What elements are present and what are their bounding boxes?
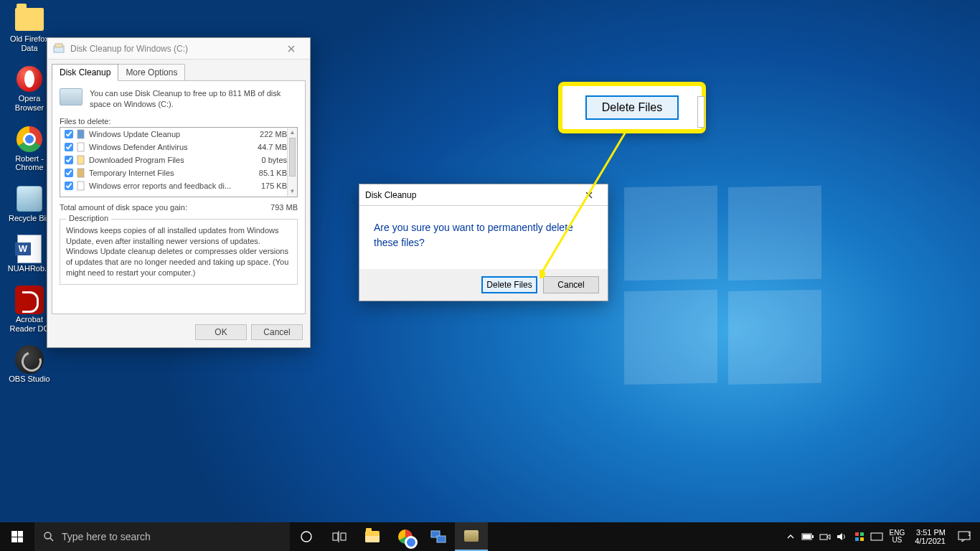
confirm-cancel-button[interactable]: Cancel (543, 276, 599, 293)
svg-rect-1 (55, 44, 62, 47)
battery-icon[interactable] (799, 522, 816, 551)
delete-files-callout: Delete Files (558, 82, 706, 133)
bin-icon (17, 186, 42, 212)
action-center-button[interactable]: 1 (951, 531, 977, 542)
start-button[interactable] (0, 522, 34, 551)
disk-cleanup-taskbar-icon (464, 530, 479, 542)
tab-more-options[interactable]: More Options (118, 64, 185, 81)
taskbar-disk-cleanup[interactable] (455, 522, 488, 551)
total-space-value: 793 MB (270, 203, 298, 212)
file-type-icon (76, 155, 86, 165)
file-item-row[interactable]: Temporary Internet Files85.1 KB (60, 166, 297, 179)
confirm-delete-dialog: Disk Cleanup Are you sure you want to pe… (359, 184, 608, 301)
chrome-icon (17, 126, 42, 152)
tray-overflow-chevron[interactable] (782, 522, 799, 551)
scroll-down-arrow[interactable]: ▼ (288, 187, 297, 197)
delete-files-button[interactable]: Delete Files (481, 276, 537, 293)
windows-logo-icon (11, 531, 23, 542)
search-placeholder: Type here to search (62, 531, 151, 542)
desktop-icon-label: Recycle Bin (9, 214, 50, 223)
task-view-button[interactable] (323, 522, 356, 551)
file-item-row[interactable]: Downloaded Program Files0 bytes (60, 154, 297, 166)
file-item-checkbox[interactable] (65, 169, 73, 177)
callout-adjacent-button-edge (697, 96, 705, 128)
disk-drive-icon (60, 88, 83, 105)
svg-rect-24 (860, 537, 864, 541)
volume-icon[interactable] (834, 522, 851, 551)
network-icon[interactable] (816, 522, 834, 551)
cancel-button[interactable]: Cancel (251, 324, 303, 340)
svg-rect-19 (803, 534, 811, 539)
tab-strip: Disk Cleanup More Options (52, 64, 306, 81)
obs-icon (15, 345, 44, 374)
keyboard-icon[interactable] (868, 522, 885, 551)
tray-app-icon-1[interactable] (851, 522, 868, 551)
file-item-checkbox[interactable] (65, 156, 73, 164)
svg-rect-20 (820, 534, 827, 540)
language-indicator[interactable]: ENG US (885, 529, 910, 545)
file-item-checkbox[interactable] (65, 130, 73, 138)
file-item-name: Windows Update Cleanup (89, 130, 242, 138)
scroll-thumb[interactable] (289, 138, 296, 176)
confirm-close-button[interactable] (576, 185, 602, 205)
clock-time: 3:51 PM (916, 528, 946, 537)
file-item-name: Temporary Internet Files (89, 169, 242, 177)
taskbar-chrome[interactable] (389, 522, 422, 551)
description-text: Windows keeps copies of all installed up… (66, 225, 291, 278)
svg-point-9 (44, 532, 51, 539)
search-icon (43, 531, 55, 542)
ok-button[interactable]: OK (195, 324, 247, 340)
clock-date: 4/1/2021 (915, 537, 946, 545)
svg-rect-18 (812, 535, 814, 538)
files-listbox[interactable]: Windows Update Cleanup222 MBWindows Defe… (60, 127, 298, 197)
list-scrollbar[interactable]: ▲ ▼ (287, 128, 297, 197)
svg-rect-6 (77, 182, 84, 190)
file-item-name: Windows error reports and feedback di... (89, 182, 242, 190)
callout-delete-files-button: Delete Files (585, 95, 679, 120)
file-item-row[interactable]: Windows Defender Antivirus44.7 MB (60, 141, 297, 154)
close-button[interactable] (278, 39, 304, 59)
file-item-row[interactable]: Windows error reports and feedback di...… (60, 179, 297, 192)
lang-secondary: US (892, 537, 902, 545)
search-box[interactable]: Type here to search (34, 522, 290, 551)
file-item-row[interactable]: Windows Update Cleanup222 MB (60, 128, 297, 141)
confirm-title-bar[interactable]: Disk Cleanup (359, 184, 608, 206)
folder-icon (15, 8, 44, 31)
taskbar-file-explorer[interactable] (356, 522, 389, 551)
svg-rect-2 (77, 130, 84, 138)
svg-rect-22 (860, 532, 864, 536)
file-explorer-icon (365, 531, 380, 542)
chrome-icon (398, 529, 413, 544)
tab-content: You can use Disk Cleanup to free up to 8… (52, 80, 306, 314)
desktop: Old Firefox DataOpera BrowserRobert - Ch… (0, 0, 980, 551)
confirm-title: Disk Cleanup (365, 190, 576, 200)
file-item-size: 85.1 KB (242, 169, 287, 177)
clock[interactable]: 3:51 PM 4/1/2021 (909, 528, 951, 545)
svg-rect-23 (855, 537, 859, 541)
file-item-name: Downloaded Program Files (89, 156, 242, 164)
svg-line-10 (50, 538, 53, 541)
system-tray: ENG US 3:51 PM 4/1/2021 1 (782, 522, 981, 551)
opera-icon (17, 66, 42, 92)
desktop-icon-label: NUAHRob... (8, 264, 52, 273)
taskbar-network-app[interactable] (422, 522, 455, 551)
tab-disk-cleanup[interactable]: Disk Cleanup (52, 64, 118, 81)
intro-text: You can use Disk Cleanup to free up to 8… (90, 88, 298, 110)
disk-cleanup-window: Disk Cleanup for Windows (C:) Disk Clean… (47, 37, 311, 348)
scroll-up-arrow[interactable]: ▲ (288, 128, 297, 138)
file-item-checkbox[interactable] (65, 143, 73, 151)
total-space-label: Total amount of disk space you gain: (60, 203, 270, 212)
windows-logo-wallpaper (624, 187, 825, 387)
cortana-button[interactable] (290, 522, 323, 551)
svg-rect-21 (855, 532, 859, 536)
network-app-icon (430, 530, 446, 543)
file-item-checkbox[interactable] (65, 182, 73, 190)
file-item-size: 222 MB (242, 130, 287, 138)
description-legend: Description (66, 214, 111, 222)
description-group: Description Windows keeps copies of all … (60, 219, 298, 285)
desktop-icon-obs-studio[interactable]: OBS Studio (4, 344, 55, 384)
title-bar[interactable]: Disk Cleanup for Windows (C:) (47, 38, 310, 60)
svg-rect-25 (871, 533, 882, 540)
files-to-delete-label: Files to delete: (60, 117, 298, 126)
taskbar: Type here to search (0, 522, 980, 551)
